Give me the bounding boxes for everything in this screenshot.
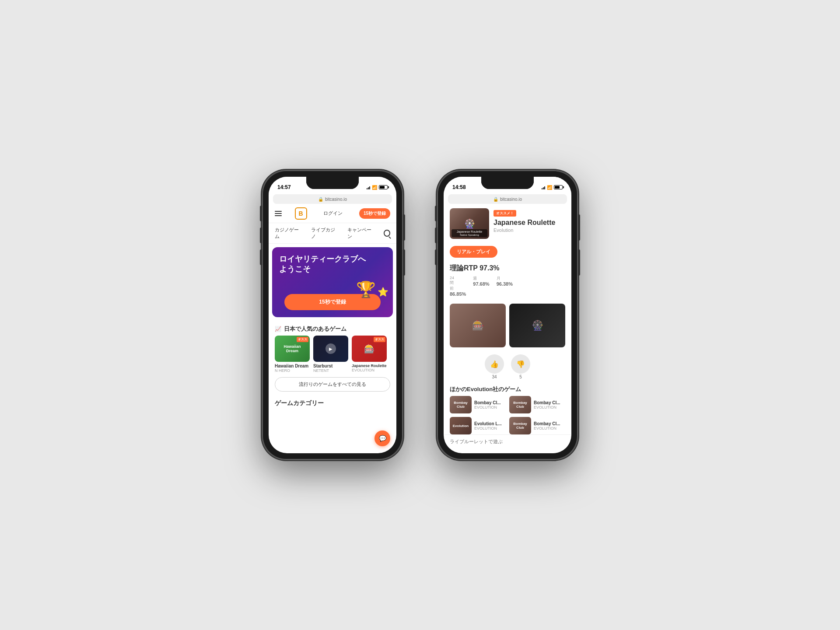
phone2-status-icons: 📶 bbox=[542, 185, 563, 190]
game-categories-title: ゲームカテゴリー bbox=[269, 396, 396, 411]
wifi-icon-2: 📶 bbox=[547, 185, 552, 190]
hero-banner: ロイヤリティークラブへ ようこそ 🏆 ⭐ 15秒で登録 bbox=[272, 247, 393, 317]
game-thumbnail-large: 🎡 Japanese RouletteNative Speaking bbox=[450, 208, 489, 239]
menu-live-casino[interactable]: ライブカジノ bbox=[311, 227, 339, 240]
other-game-info-1: Bombay Cl... EVOLUTION bbox=[534, 400, 565, 410]
real-play-badge[interactable]: リアル・プレイ bbox=[450, 246, 497, 258]
phone1-url: bitcasino.io bbox=[325, 197, 347, 202]
other-game-name-3: Bombay Cl... bbox=[534, 421, 565, 426]
other-game-name-0: Bombay Cl... bbox=[474, 400, 506, 405]
phone-2: 14:58 📶 🔒 bitcasino.io bbox=[438, 171, 578, 459]
rtp-label-month: 月 bbox=[497, 276, 513, 281]
search-icon[interactable] bbox=[384, 230, 390, 237]
screenshots-row: 🎰 🎡 bbox=[444, 300, 571, 351]
phone1-url-bar: 🔒 bitcasino.io bbox=[273, 194, 392, 204]
play-button-overlay[interactable]: ▶ bbox=[326, 343, 336, 354]
rtp-stat-month: 月 96.38% bbox=[497, 276, 513, 297]
game-card-starburst[interactable]: ▶ Starburst NETENT bbox=[313, 336, 348, 373]
starburst-name: Starburst bbox=[313, 364, 348, 368]
view-all-button[interactable]: 流行りのゲームをすべての見る bbox=[275, 377, 390, 392]
other-game-info-2: Evolution L... EVOLUTION bbox=[474, 421, 506, 430]
hawaiian-dream-provider: N HERO bbox=[275, 368, 310, 373]
other-games-title: ほかのEvolution社のゲーム bbox=[444, 383, 571, 396]
game-thumb-hawaiian: オスス HawaiianDream bbox=[275, 336, 310, 362]
vote-row: 👍 34 👎 5 bbox=[444, 351, 571, 383]
phone1-main-content: B ログイン 15秒で登録 カジノゲーム ライブカジノ キャンペーン ロイヤリテ… bbox=[269, 204, 396, 451]
game-card-hawaiian[interactable]: オスス HawaiianDream Hawaiian Dream N HERO bbox=[275, 336, 310, 373]
hero-decoration: 🏆 ⭐ bbox=[356, 280, 388, 299]
phone1-screen: 14:57 📶 🔒 bitcasino.io bbox=[269, 177, 396, 453]
other-game-3[interactable]: Bombay Club Bombay Cl... EVOLUTION bbox=[509, 417, 565, 434]
hawaiian-dream-name: Hawaiian Dream bbox=[275, 364, 310, 368]
battery-icon bbox=[379, 185, 388, 189]
game-thumb-roulette: オスス 🎰 bbox=[352, 336, 387, 362]
signal-icon bbox=[367, 185, 370, 189]
phone1-navbar: B ログイン 15秒で登録 bbox=[269, 204, 396, 223]
starburst-provider: NETENT bbox=[313, 368, 348, 373]
wifi-icon: 📶 bbox=[372, 185, 377, 190]
game-thumb-starburst: ▶ bbox=[313, 336, 348, 362]
notch bbox=[306, 177, 359, 189]
hamburger-menu[interactable] bbox=[275, 211, 282, 216]
upvote-count: 34 bbox=[492, 374, 497, 379]
other-game-thumb-1: Bombay Club bbox=[509, 396, 531, 413]
other-game-1[interactable]: Bombay Club Bombay Cl... EVOLUTION bbox=[509, 396, 565, 413]
game-card-roulette[interactable]: オスス 🎰 Japanese Roulette EVOLUTION bbox=[352, 336, 387, 373]
other-game-provider-2: EVOLUTION bbox=[474, 426, 506, 430]
other-game-provider-3: EVOLUTION bbox=[534, 426, 565, 430]
phone1-side-buttons bbox=[260, 206, 262, 221]
rtp-title: 理論RTP 97.3% bbox=[450, 264, 565, 273]
signal-icon-2 bbox=[542, 185, 545, 189]
register-button[interactable]: 15秒で登録 bbox=[359, 208, 390, 219]
osusume-badge: オススメ！ bbox=[494, 210, 516, 217]
trend-icon: 📈 bbox=[275, 326, 281, 332]
phone2-side-buttons bbox=[435, 206, 437, 221]
rtp-value-month: 96.38% bbox=[497, 281, 513, 287]
upvote-section: 👍 34 bbox=[485, 354, 504, 379]
downvote-count: 5 bbox=[519, 374, 522, 379]
games-row: オスス HawaiianDream Hawaiian Dream N HERO … bbox=[269, 336, 396, 373]
phone2-status-bar: 14:58 📶 bbox=[444, 177, 571, 194]
bitcasino-logo[interactable]: B bbox=[295, 207, 307, 220]
rtp-section: 理論RTP 97.3% 24 間 前 86.85% 週 97.68% 月 96. bbox=[444, 260, 571, 300]
rtp-value-24h: 86.85% bbox=[450, 291, 466, 297]
other-game-thumb-3: Bombay Club bbox=[509, 417, 531, 434]
other-game-info-3: Bombay Cl... EVOLUTION bbox=[534, 421, 565, 430]
battery-icon-2 bbox=[554, 185, 563, 189]
roulette-badge: オスス bbox=[374, 337, 385, 342]
other-game-0[interactable]: Bombay Club Bombay Cl... EVOLUTION bbox=[450, 396, 506, 413]
downvote-button[interactable]: 👎 bbox=[511, 354, 530, 374]
phone2-url: bitcasino.io bbox=[500, 197, 522, 202]
game-title: Japanese Roulette bbox=[494, 218, 565, 227]
notch2 bbox=[481, 177, 534, 189]
rtp-value-week: 97.68% bbox=[473, 281, 489, 287]
rtp-stats: 24 間 前 86.85% 週 97.68% 月 96.38% bbox=[450, 276, 565, 297]
lock-icon: 🔒 bbox=[318, 197, 323, 202]
other-game-provider-0: EVOLUTION bbox=[474, 405, 506, 410]
lock-icon-2: 🔒 bbox=[493, 197, 498, 202]
other-game-provider-1: EVOLUTION bbox=[534, 405, 565, 410]
bottom-bar-text[interactable]: ライブルーレットで遊ぶ bbox=[444, 434, 571, 448]
downvote-section: 👎 5 bbox=[511, 354, 530, 379]
hero-title: ロイヤリティークラブへ ようこそ bbox=[279, 254, 386, 275]
phone1-time: 14:57 bbox=[277, 184, 291, 190]
game-detail-info: オススメ！ Japanese Roulette Evolution bbox=[494, 208, 565, 239]
screenshot-2: 🎡 bbox=[509, 304, 565, 347]
popular-section-title: 📈 日本で人気のあるゲーム bbox=[269, 321, 396, 336]
scene: 14:57 📶 🔒 bitcasino.io bbox=[262, 171, 578, 459]
hawaiian-dream-badge: オスス bbox=[297, 337, 308, 342]
phone1-menu: カジノゲーム ライブカジノ キャンペーン bbox=[269, 223, 396, 244]
upvote-button[interactable]: 👍 bbox=[485, 354, 504, 374]
other-game-name-1: Bombay Cl... bbox=[534, 400, 565, 405]
phone2-url-bar: 🔒 bitcasino.io bbox=[448, 194, 567, 204]
other-game-thumb-2: Evolution bbox=[450, 417, 472, 434]
chat-fab-button[interactable]: 💬 bbox=[374, 430, 390, 446]
menu-casino-games[interactable]: カジノゲーム bbox=[275, 227, 302, 240]
menu-campaigns[interactable]: キャンペーン bbox=[347, 227, 375, 240]
other-game-2[interactable]: Evolution Evolution L... EVOLUTION bbox=[450, 417, 506, 434]
rtp-label-24h: 24 間 前 bbox=[450, 276, 466, 291]
other-game-name-2: Evolution L... bbox=[474, 421, 506, 426]
phone2-screen: 14:58 📶 🔒 bitcasino.io bbox=[444, 177, 571, 453]
game-detail-header: 🎡 Japanese RouletteNative Speaking オススメ！… bbox=[444, 204, 571, 243]
login-button[interactable]: ログイン bbox=[320, 208, 346, 218]
